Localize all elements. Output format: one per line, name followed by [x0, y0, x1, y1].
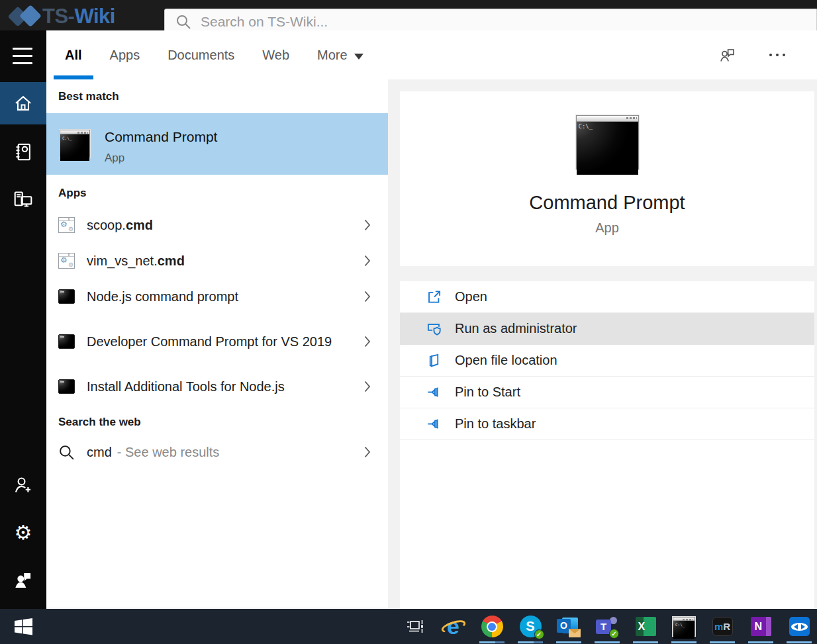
- preview-actions: Open Run as administrator Open file l: [400, 281, 814, 440]
- logo-diamond-blue: [19, 5, 42, 27]
- person-add-icon: [13, 475, 34, 496]
- best-match-result-command-prompt[interactable]: C:\_ Command Prompt App: [46, 113, 388, 175]
- start-button[interactable]: [0, 609, 46, 644]
- action-open-file-location[interactable]: Open file location: [400, 345, 814, 377]
- feedback-person-icon: [13, 570, 34, 591]
- more-options-button[interactable]: [765, 50, 789, 60]
- result-web-search-cmd[interactable]: cmd- See web results: [46, 434, 388, 470]
- logo-text-suffix: Wiki: [74, 5, 115, 28]
- running-indicator: [595, 641, 620, 643]
- action-pin-to-start[interactable]: Pin to Start: [400, 377, 814, 408]
- chrome-icon: [481, 616, 503, 637]
- command-prompt-icon: [58, 289, 75, 304]
- taskbar-mremoteng[interactable]: mR: [703, 609, 742, 644]
- tab-all-label: All: [65, 48, 82, 63]
- task-view-icon: [407, 618, 424, 635]
- logo-text-prefix: TS-: [42, 5, 74, 28]
- running-indicator: [710, 641, 735, 643]
- teamviewer-icon: [789, 617, 810, 636]
- tab-documents[interactable]: Documents: [168, 30, 234, 79]
- tab-more[interactable]: More: [317, 30, 363, 79]
- running-indicator: [518, 641, 543, 643]
- taskbar-excel[interactable]: X: [626, 609, 665, 644]
- batch-file-icon: ⚙⚙: [58, 217, 75, 233]
- hamburger-menu-icon[interactable]: [13, 48, 34, 64]
- section-header-best-match: Best match: [58, 90, 119, 103]
- taskbar-teamviewer[interactable]: [780, 609, 817, 644]
- status-check-badge: ✓: [609, 629, 619, 639]
- site-search-placeholder: Search on TS-Wiki...: [201, 14, 328, 30]
- command-prompt-icon-large: C:\_: [576, 115, 639, 169]
- taskbar-command-prompt[interactable]: C:\_: [665, 609, 703, 644]
- notebook-icon: [13, 141, 34, 162]
- tab-web[interactable]: Web: [262, 30, 289, 79]
- chevron-right-icon[interactable]: [364, 336, 371, 347]
- pin-icon: [426, 385, 442, 400]
- onenote-icon: N: [751, 617, 771, 636]
- tab-apps[interactable]: Apps: [110, 30, 140, 79]
- search-results-pane: Best match C:\_ Command Prompt App Apps …: [46, 79, 388, 608]
- taskbar-onenote[interactable]: N: [742, 609, 780, 644]
- status-check-badge: ✓: [534, 629, 544, 639]
- skype-icon: S ✓: [520, 616, 542, 637]
- taskbar-skype[interactable]: S ✓: [511, 609, 550, 644]
- excel-icon: X: [636, 617, 656, 636]
- action-pin-to-taskbar[interactable]: Pin to taskbar: [400, 408, 814, 440]
- chevron-right-icon[interactable]: [364, 446, 371, 458]
- command-prompt-icon: C:\_: [60, 130, 90, 158]
- internet-explorer-icon: e: [442, 616, 465, 638]
- chevron-right-icon[interactable]: [364, 255, 371, 267]
- chevron-right-icon[interactable]: [364, 291, 371, 302]
- chevron-right-icon[interactable]: [364, 381, 371, 392]
- taskbar-internet-explorer[interactable]: e: [434, 609, 473, 644]
- flyout-header-actions: [718, 46, 789, 64]
- preview-pane-filler: [400, 440, 814, 609]
- ts-wiki-logo-icon[interactable]: [9, 4, 40, 28]
- action-open[interactable]: Open: [400, 281, 814, 313]
- result-scoop-cmd[interactable]: ⚙⚙ scoop.cmd: [46, 207, 388, 243]
- taskbar-teams[interactable]: T ✓: [588, 609, 626, 644]
- site-logo-text[interactable]: TS-Wiki: [42, 5, 115, 28]
- chevron-right-icon[interactable]: [364, 219, 371, 231]
- open-icon: [426, 289, 442, 304]
- teams-icon: T ✓: [596, 617, 618, 637]
- result-developer-command-prompt[interactable]: Developer Command Prompt for VS 2019: [46, 314, 388, 369]
- section-header-apps: Apps: [58, 187, 87, 200]
- windows-logo-icon: [15, 618, 32, 635]
- result-vim-vs-net-cmd[interactable]: ⚙⚙ vim_vs_net.cmd: [46, 243, 388, 279]
- browser-top-bar: TS-Wiki Search on TS-Wiki...: [0, 0, 817, 30]
- screen: TS-Wiki Search on TS-Wiki...: [0, 0, 817, 644]
- chevron-down-icon: [354, 54, 363, 60]
- sidebar-item-devices[interactable]: [0, 178, 46, 220]
- sidebar-item-home[interactable]: [0, 82, 46, 124]
- search-icon: [58, 444, 75, 461]
- tab-all[interactable]: All: [65, 30, 82, 79]
- site-sidebar: ⚙: [0, 30, 46, 609]
- run-as-admin-icon: [426, 321, 442, 336]
- result-nodejs-command-prompt[interactable]: Node.js command prompt: [46, 279, 388, 314]
- sidebar-item-journal[interactable]: [0, 130, 46, 173]
- best-match-title: Command Prompt: [105, 129, 217, 145]
- search-icon: [175, 14, 191, 30]
- taskbar-outlook[interactable]: O: [550, 609, 588, 644]
- sidebar-item-feedback[interactable]: [0, 559, 46, 602]
- batch-file-icon: ⚙⚙: [58, 253, 75, 269]
- mremoteng-icon: mR: [712, 617, 733, 636]
- taskbar-chrome[interactable]: [473, 609, 511, 644]
- home-icon: [13, 93, 34, 114]
- taskbar: e S ✓ O: [0, 609, 817, 644]
- envelope-badge: [569, 629, 581, 637]
- running-indicator: [479, 641, 505, 643]
- feedback-button[interactable]: [718, 46, 736, 64]
- running-indicator: [556, 641, 581, 643]
- action-run-as-administrator[interactable]: Run as administrator: [400, 313, 814, 345]
- sidebar-item-add-user[interactable]: [0, 464, 46, 506]
- search-flyout-header: All Apps Documents Web More: [46, 30, 817, 79]
- result-install-additional-tools[interactable]: Install Additional Tools for Node.js: [46, 369, 388, 404]
- sidebar-item-settings[interactable]: ⚙: [0, 512, 46, 554]
- pin-icon: [426, 416, 442, 432]
- command-prompt-icon: [58, 379, 75, 394]
- running-indicator: [671, 641, 697, 643]
- taskbar-task-view-button[interactable]: [396, 609, 434, 644]
- command-prompt-icon: [58, 334, 75, 349]
